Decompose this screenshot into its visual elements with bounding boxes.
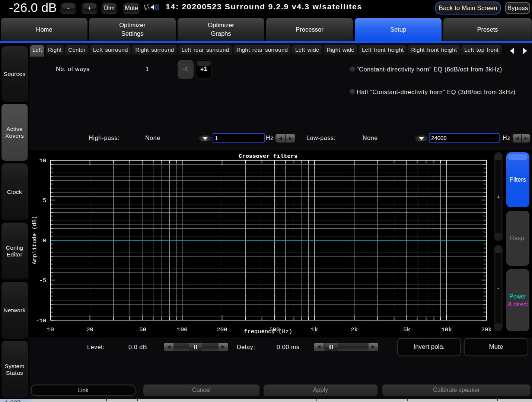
svg-text:frequency (Hz): frequency (Hz) — [244, 328, 292, 335]
svg-text:1k: 1k — [311, 326, 318, 333]
svg-text:0: 0 — [43, 237, 46, 244]
svg-text:2k: 2k — [351, 326, 358, 333]
svg-text:50: 50 — [139, 326, 146, 333]
svg-text:10: 10 — [39, 157, 46, 164]
svg-text:100: 100 — [177, 326, 188, 333]
svg-text:5k: 5k — [403, 326, 410, 333]
svg-text:Crossover filters: Crossover filters — [239, 153, 297, 160]
svg-text:200: 200 — [217, 326, 227, 333]
svg-text:-10: -10 — [36, 318, 46, 324]
svg-text:20: 20 — [86, 326, 93, 333]
svg-text:Amplitude (dB): Amplitude (dB) — [31, 216, 38, 264]
svg-text:-5: -5 — [39, 277, 46, 284]
svg-text:10: 10 — [47, 326, 54, 333]
svg-text:20k: 20k — [481, 326, 492, 333]
svg-text:5: 5 — [43, 197, 46, 204]
svg-text:10k: 10k — [442, 326, 452, 333]
